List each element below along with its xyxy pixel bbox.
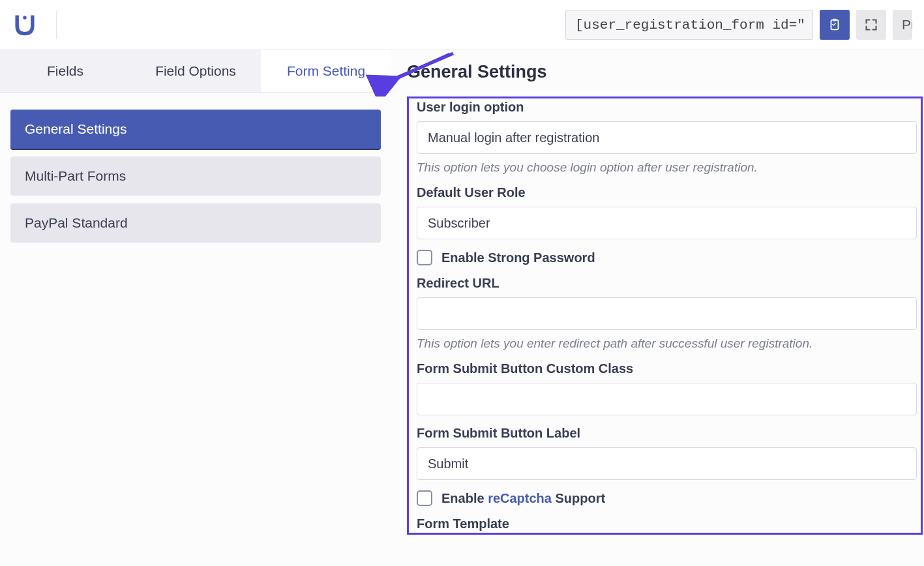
recaptcha-link[interactable]: reCaptcha: [488, 491, 552, 505]
svg-point-0: [23, 16, 26, 19]
highlighted-settings-region: User login option This option lets you c…: [407, 97, 923, 535]
input-redirect-url[interactable]: [417, 297, 917, 330]
label-recaptcha-prefix: Enable: [441, 491, 488, 505]
select-default-user-role[interactable]: [417, 207, 917, 239]
svg-marker-4: [372, 76, 389, 89]
label-default-user-role: Default User Role: [417, 185, 917, 200]
label-recaptcha-suffix: Support: [552, 491, 605, 505]
field-form-template: Form Template: [417, 516, 917, 531]
sidebar-item-general-settings[interactable]: General Settings: [10, 110, 381, 149]
copy-shortcode-button[interactable]: [820, 10, 850, 40]
input-submit-button-label[interactable]: [417, 447, 917, 480]
preview-button[interactable]: Pr: [893, 10, 912, 40]
expand-icon: [865, 18, 878, 31]
tab-field-options[interactable]: Field Options: [130, 50, 261, 92]
field-submit-button-class: Form Submit Button Custom Class: [417, 361, 917, 415]
checkbox-recaptcha[interactable]: [417, 490, 432, 506]
label-redirect-url: Redirect URL: [417, 276, 917, 291]
left-panel: Fields Field Options Form Setting Genera…: [0, 50, 391, 566]
field-recaptcha: Enable reCaptcha Support: [417, 490, 917, 506]
tab-fields[interactable]: Fields: [0, 50, 130, 92]
app-logo: [12, 12, 38, 38]
checkbox-strong-password[interactable]: [417, 250, 432, 265]
sidebar-item-multi-part-forms[interactable]: Multi-Part Forms: [10, 156, 381, 196]
svg-rect-2: [833, 19, 837, 22]
field-strong-password: Enable Strong Password: [417, 250, 917, 265]
label-form-template: Form Template: [417, 516, 917, 531]
field-user-login-option: User login option This option lets you c…: [417, 100, 917, 175]
tab-bar: Fields Field Options Form Setting: [0, 50, 391, 93]
field-submit-button-label: Form Submit Button Label: [417, 426, 917, 480]
fullscreen-button[interactable]: [856, 10, 886, 40]
shortcode-input[interactable]: [565, 10, 813, 40]
settings-sidebar: General Settings Multi-Part Forms PayPal…: [0, 93, 391, 267]
annotation-arrow: [365, 51, 463, 97]
settings-content: General Settings User login option This …: [391, 50, 924, 566]
label-submit-button-class: Form Submit Button Custom Class: [417, 361, 917, 376]
header-divider: [56, 10, 57, 39]
help-user-login-option: This option lets you choose login option…: [417, 160, 917, 175]
label-submit-button-label: Form Submit Button Label: [417, 426, 917, 441]
help-redirect-url: This option lets you enter redirect path…: [417, 336, 917, 351]
select-user-login-option[interactable]: [417, 121, 917, 154]
preview-label: Pr: [902, 17, 912, 33]
sidebar-item-paypal-standard[interactable]: PayPal Standard: [10, 203, 381, 243]
top-header: Pr: [0, 0, 924, 50]
clipboard-icon: [827, 18, 842, 32]
input-submit-button-class[interactable]: [417, 383, 917, 415]
label-user-login-option: User login option: [417, 100, 917, 115]
field-redirect-url: Redirect URL This option lets you enter …: [417, 276, 917, 351]
label-recaptcha: Enable reCaptcha Support: [441, 491, 605, 506]
label-strong-password: Enable Strong Password: [441, 250, 595, 265]
field-default-user-role: Default User Role: [417, 185, 917, 239]
page-title: General Settings: [407, 62, 923, 82]
